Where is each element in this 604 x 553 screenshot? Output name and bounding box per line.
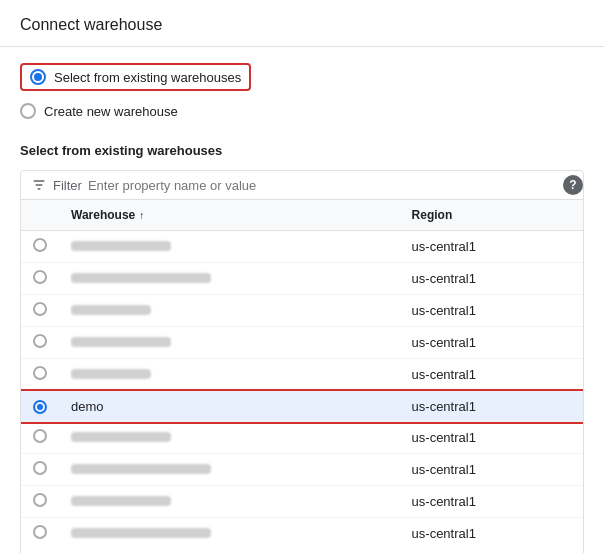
content-area: Select from existing warehouses Create n… xyxy=(0,47,604,553)
table-row: demous-central1 xyxy=(21,391,583,422)
blurred-name xyxy=(71,241,171,251)
row-radio[interactable] xyxy=(33,334,47,348)
option-select-existing[interactable]: Select from existing warehouses xyxy=(20,63,251,91)
blurred-name xyxy=(71,528,211,538)
th-select xyxy=(21,200,59,231)
blurred-name xyxy=(71,496,171,506)
th-warehouse: Warehouse ↑ xyxy=(59,200,400,231)
row-radio[interactable] xyxy=(33,270,47,284)
table-row: us-central1 xyxy=(21,518,583,550)
filter-input[interactable] xyxy=(88,178,553,193)
select-existing-label: Select from existing warehouses xyxy=(54,70,241,85)
blurred-name xyxy=(71,369,151,379)
table-container: Filter ? Warehouse ↑ Reg xyxy=(20,170,584,553)
region-cell: us-central1 xyxy=(400,518,583,550)
option-create-new[interactable]: Create new warehouse xyxy=(20,103,178,119)
row-radio[interactable] xyxy=(33,461,47,475)
blurred-name xyxy=(71,305,151,315)
region-cell: us-central1 xyxy=(400,391,583,422)
row-radio[interactable] xyxy=(33,429,47,443)
region-cell: us-central1 xyxy=(400,295,583,327)
row-radio[interactable] xyxy=(33,525,47,539)
region-cell: us-central1 xyxy=(400,454,583,486)
table-body: us-central1us-central1us-central1us-cent… xyxy=(21,231,583,550)
region-cell: us-central1 xyxy=(400,231,583,263)
table-row: us-central1 xyxy=(21,231,583,263)
table-header-row: Warehouse ↑ Region xyxy=(21,200,583,231)
pagination: Rows per page: 10 25 50 1 – 10 of 39 ‹ › xyxy=(21,549,583,553)
row-radio[interactable] xyxy=(33,366,47,380)
radio-create-new[interactable] xyxy=(20,103,36,119)
row-radio[interactable] xyxy=(33,302,47,316)
sort-icon: ↑ xyxy=(139,210,144,221)
filter-row: Filter ? xyxy=(21,171,583,200)
table-row: us-central1 xyxy=(21,327,583,359)
create-new-label: Create new warehouse xyxy=(44,104,178,119)
warehouse-table: Warehouse ↑ Region us-central1us-central… xyxy=(21,200,583,549)
help-icon[interactable]: ? xyxy=(563,175,583,195)
page-title: Connect warehouse xyxy=(0,0,604,47)
filter-icon xyxy=(31,177,47,193)
table-row: us-central1 xyxy=(21,422,583,454)
table-row: us-central1 xyxy=(21,359,583,391)
blurred-name xyxy=(71,464,211,474)
filter-label: Filter xyxy=(53,178,82,193)
radio-group: Select from existing warehouses Create n… xyxy=(20,63,584,127)
region-cell: us-central1 xyxy=(400,263,583,295)
blurred-name xyxy=(71,273,211,283)
blurred-name xyxy=(71,432,171,442)
table-row: us-central1 xyxy=(21,263,583,295)
blurred-name xyxy=(71,337,171,347)
th-region: Region xyxy=(400,200,583,231)
region-cell: us-central1 xyxy=(400,486,583,518)
table-row: us-central1 xyxy=(21,486,583,518)
region-cell: us-central1 xyxy=(400,422,583,454)
table-row: us-central1 xyxy=(21,454,583,486)
table-row: us-central1 xyxy=(21,295,583,327)
filter-section: Filter xyxy=(21,171,563,199)
region-cell: us-central1 xyxy=(400,359,583,391)
row-radio[interactable] xyxy=(33,238,47,252)
page-container: Connect warehouse Select from existing w… xyxy=(0,0,604,553)
warehouse-name: demo xyxy=(59,391,400,422)
row-radio[interactable] xyxy=(33,493,47,507)
section-title: Select from existing warehouses xyxy=(20,143,584,158)
radio-select-existing[interactable] xyxy=(30,69,46,85)
region-cell: us-central1 xyxy=(400,327,583,359)
row-radio[interactable] xyxy=(33,400,47,414)
